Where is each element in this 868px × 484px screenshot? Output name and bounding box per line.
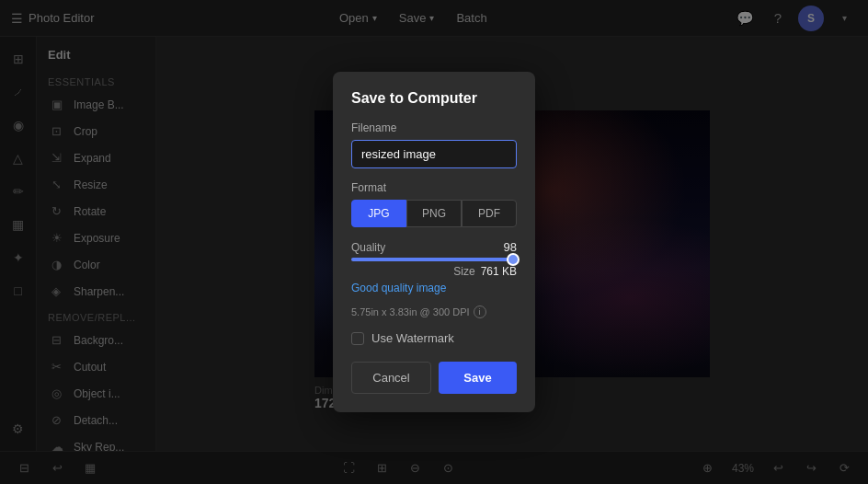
quality-row: Quality 98 (351, 240, 517, 254)
info-icon[interactable]: i (474, 305, 486, 318)
watermark-checkbox[interactable] (351, 332, 364, 345)
format-label: Format (351, 181, 517, 194)
modal-save-button[interactable]: Save (439, 362, 517, 394)
good-quality-text: Good quality image (351, 282, 517, 294)
modal-footer: Cancel Save (351, 362, 517, 394)
filename-field: Filename (351, 121, 517, 168)
size-row: Size 761 KB (351, 265, 517, 278)
format-field: Format JPG PNG PDF (351, 181, 517, 227)
dpi-text: 5.75in x 3.83in @ 300 DPI (351, 306, 470, 317)
format-group: JPG PNG PDF (351, 200, 517, 227)
dpi-row: 5.75in x 3.83in @ 300 DPI i (351, 305, 517, 318)
watermark-row: Use Watermark (351, 331, 517, 345)
save-modal: Save to Computer Filename Format JPG PNG… (333, 72, 535, 412)
watermark-label: Use Watermark (371, 331, 454, 345)
cancel-button[interactable]: Cancel (351, 362, 431, 394)
modal-title: Save to Computer (351, 90, 517, 107)
slider-thumb[interactable] (507, 253, 520, 266)
quality-value: 98 (504, 240, 517, 254)
modal-overlay: Save to Computer Filename Format JPG PNG… (0, 0, 868, 484)
quality-label: Quality (351, 241, 385, 254)
format-png-button[interactable]: PNG (406, 200, 462, 227)
quality-slider[interactable] (351, 258, 517, 261)
format-jpg-button[interactable]: JPG (351, 200, 406, 227)
filename-input[interactable] (351, 140, 517, 168)
quality-slider-wrap[interactable] (351, 258, 517, 261)
format-pdf-button[interactable]: PDF (462, 200, 517, 227)
filename-label: Filename (351, 121, 517, 134)
size-label: Size (453, 265, 474, 278)
size-value: 761 KB (481, 265, 517, 278)
